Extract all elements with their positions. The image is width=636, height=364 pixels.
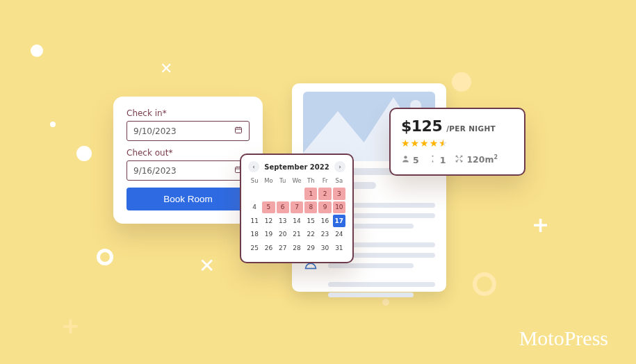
calendar-card: ‹ September 2022 › SuMoTuWeThFrSa1234567…	[240, 154, 354, 263]
calendar-day[interactable]: 12	[262, 215, 275, 227]
calendar-dow: Su	[248, 176, 261, 186]
check-in-label: Check in*	[127, 108, 250, 118]
price-per: /PER NIGHT	[446, 124, 496, 133]
calendar-day[interactable]: 19	[262, 229, 275, 241]
text-stub	[328, 292, 414, 297]
calendar-day[interactable]: 11	[248, 215, 261, 227]
deco-dot	[31, 44, 43, 57]
price-card: $125 /PER NIGHT ★★★★★★ 5 1 120m2	[389, 108, 525, 176]
calendar-day[interactable]: 10	[333, 201, 345, 214]
calendar-dow: Th	[304, 176, 317, 186]
check-out-label: Check out*	[127, 148, 250, 158]
check-out-value: 9/16/2023	[133, 166, 177, 176]
calendar-dow: We	[291, 176, 303, 186]
calendar-day[interactable]: 1	[304, 188, 317, 200]
calendar-day[interactable]: 30	[318, 242, 331, 254]
calendar-day[interactable]: 21	[291, 229, 303, 241]
calendar-day[interactable]: 7	[291, 201, 303, 214]
calendar-title: September 2022	[264, 163, 329, 171]
area-unit: m	[485, 155, 494, 165]
text-stub	[328, 282, 435, 287]
calendar-day[interactable]: 18	[248, 229, 261, 241]
rating-stars: ★★★★★★	[401, 138, 514, 149]
text-stub	[328, 263, 414, 268]
beds-count: 1	[440, 155, 446, 165]
check-out-input[interactable]: 9/16/2023	[127, 160, 250, 181]
prev-month-button[interactable]: ‹	[248, 161, 259, 172]
calendar-day[interactable]: 26	[262, 242, 275, 254]
calendar-day[interactable]: 23	[318, 229, 331, 241]
calendar-day[interactable]: 3	[333, 188, 345, 200]
calendar-day[interactable]: 14	[291, 215, 303, 227]
svg-point-4	[404, 156, 407, 158]
deco-ring	[473, 272, 496, 296]
room-meta: 5 1 120m2	[401, 154, 514, 165]
calendar-icon	[234, 126, 243, 136]
deco-plus: +	[532, 213, 549, 237]
bed-icon	[428, 154, 437, 165]
area-icon	[455, 154, 464, 165]
calendar-day	[262, 188, 275, 200]
calendar-day[interactable]: 6	[277, 201, 289, 214]
calendar-day[interactable]: 8	[304, 201, 317, 214]
calendar-grid: SuMoTuWeThFrSa12345678910111213141516171…	[248, 176, 345, 254]
deco-dot	[50, 122, 56, 127]
calendar-day[interactable]: 24	[333, 229, 345, 241]
calendar-day[interactable]: 5	[262, 201, 275, 214]
calendar-day[interactable]: 13	[277, 215, 289, 227]
calendar-day[interactable]: 31	[333, 242, 345, 254]
svg-point-5	[432, 156, 433, 157]
calendar-day[interactable]: 27	[277, 242, 289, 254]
calendar-day[interactable]: 20	[277, 229, 289, 241]
brand-logo: MotoPress	[519, 326, 608, 350]
deco-x: ✕	[160, 60, 172, 77]
calendar-day[interactable]: 25	[248, 242, 261, 254]
area-value: 120	[466, 155, 484, 165]
calendar-day[interactable]: 17	[333, 215, 345, 227]
calendar-dow: Sa	[333, 176, 345, 186]
price-amount: $125	[401, 117, 442, 135]
person-icon	[401, 154, 410, 165]
calendar-day	[277, 188, 289, 200]
calendar-day[interactable]: 28	[291, 242, 303, 254]
calendar-day[interactable]: 16	[318, 215, 331, 227]
check-in-value: 9/10/2023	[133, 126, 177, 136]
calendar-dow: Fr	[318, 176, 331, 186]
deco-dot	[452, 72, 471, 92]
guests-count: 5	[413, 155, 419, 165]
calendar-day[interactable]: 15	[304, 215, 317, 227]
calendar-dow: Tu	[277, 176, 289, 186]
calendar-day[interactable]: 29	[304, 242, 317, 254]
deco-x: ✕	[199, 254, 215, 277]
deco-ring	[97, 249, 113, 265]
book-room-button[interactable]: Book Room	[127, 188, 250, 210]
calendar-day	[291, 188, 303, 200]
svg-rect-2	[236, 128, 242, 133]
calendar-day[interactable]: 2	[318, 188, 331, 200]
calendar-dow: Mo	[262, 176, 275, 186]
deco-dot	[382, 299, 389, 306]
calendar-day[interactable]: 9	[318, 201, 331, 214]
calendar-day[interactable]: 22	[304, 229, 317, 241]
check-in-input[interactable]: 9/10/2023	[127, 121, 250, 141]
deco-dot	[76, 146, 92, 161]
calendar-day	[248, 188, 261, 200]
next-month-button[interactable]: ›	[334, 161, 345, 172]
calendar-day[interactable]: 4	[248, 201, 261, 214]
deco-plus: +	[61, 313, 80, 339]
